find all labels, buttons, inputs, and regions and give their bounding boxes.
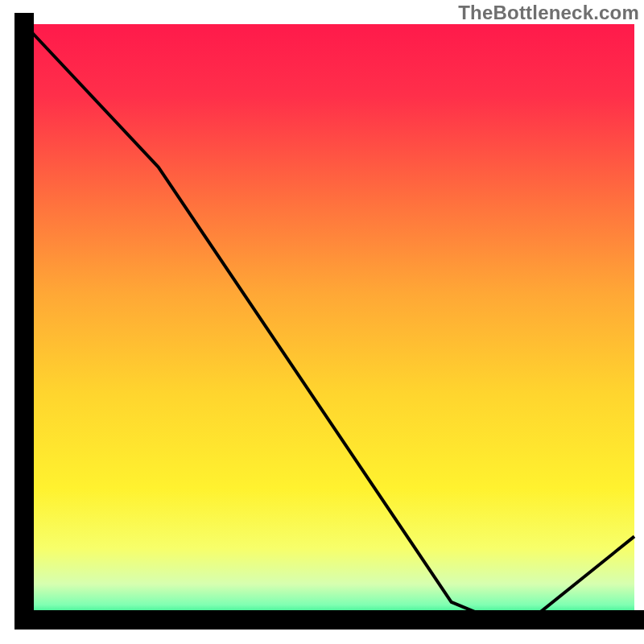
gradient-background [24, 24, 634, 620]
chart-canvas [0, 0, 644, 644]
watermark-text: TheBottleneck.com [458, 2, 639, 24]
bottleneck-chart: TheBottleneck.com [0, 0, 644, 644]
